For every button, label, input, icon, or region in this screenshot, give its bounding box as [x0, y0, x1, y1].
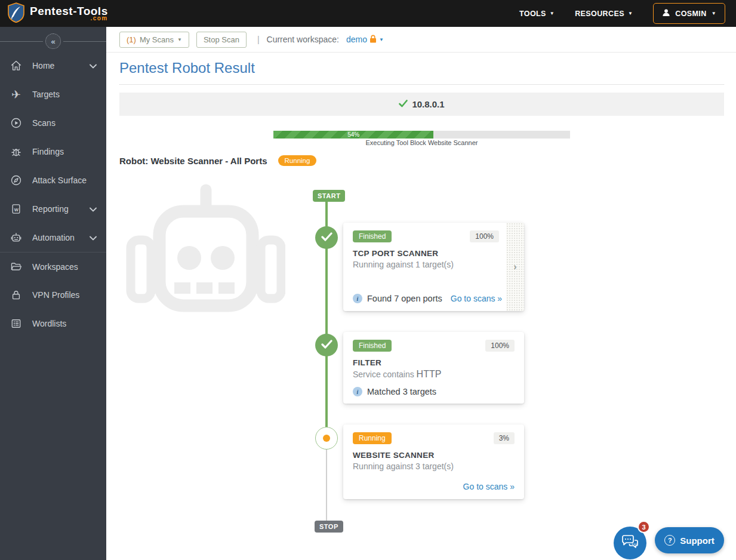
chevrons-left-icon: «	[51, 37, 55, 46]
info-icon: i	[353, 387, 362, 396]
sidebar-item-label: Findings	[32, 147, 64, 156]
chevron-right-icon: ›	[513, 261, 516, 272]
chevron-down-icon	[90, 204, 97, 214]
status-badge: Running	[353, 432, 392, 444]
caret-down-icon: ▼	[712, 11, 716, 16]
sidebar-item-scans[interactable]: Scans	[0, 109, 106, 137]
status-badge: Finished	[353, 340, 392, 352]
filter-condition-value: HTTP	[417, 369, 442, 379]
timeline-stop-badge: STOP	[315, 521, 343, 533]
progress-caption: Executing Tool Block Website Scanner	[273, 139, 570, 146]
scan-toolbar: (1) My Scans ▼ Stop Scan | Current works…	[106, 27, 736, 53]
timeline-line-pending	[326, 439, 327, 521]
info-icon: i	[353, 294, 362, 303]
resources-menu[interactable]: RESOURCES ▼	[575, 10, 633, 18]
go-to-scans-link[interactable]: Go to scans »	[451, 294, 502, 303]
sidebar-item-label: Workspaces	[32, 262, 78, 272]
support-label: Support	[680, 536, 715, 546]
filter-condition-label: Service contains	[353, 370, 414, 379]
tool-result: i Matched 3 targets	[353, 387, 515, 396]
workspace-label: Current workspace:	[267, 35, 339, 44]
tool-title: TCP PORT SCANNER	[353, 249, 499, 258]
tool-card-tcp-port-scanner: Finished 100% TCP PORT SCANNER Running a…	[343, 223, 524, 311]
progress-track: 54%	[273, 131, 570, 139]
top-navbar: Pentest-Tools .com TOOLS ▼ RESOURCES ▼	[0, 0, 736, 27]
tool-title: WEBSITE SCANNER	[353, 451, 515, 460]
tool-subtitle: Running against 3 target(s)	[353, 461, 515, 471]
tools-menu[interactable]: TOOLS ▼	[519, 10, 555, 18]
brand-tld: .com	[90, 16, 107, 21]
caret-down-icon: ▼	[177, 37, 182, 42]
sidebar-item-findings[interactable]: Findings	[0, 137, 106, 166]
collapse-sidebar-button[interactable]: «	[45, 33, 61, 49]
chevron-down-icon	[90, 233, 97, 242]
workspace-name: demo	[346, 35, 367, 44]
divider	[0, 41, 43, 42]
tools-menu-label: TOOLS	[519, 10, 546, 18]
go-to-scans-link[interactable]: Go to scans »	[463, 482, 515, 491]
tool-card-website-scanner: Running 3% WEBSITE SCANNER Running again…	[343, 424, 524, 499]
tool-result-text: Matched 3 targets	[367, 387, 436, 396]
robot-icon	[10, 232, 23, 244]
caret-down-icon: ▼	[628, 11, 633, 16]
user-menu-label: COSMIN	[675, 10, 706, 18]
robot-illustration-icon	[122, 184, 285, 334]
sidebar-item-wordlists[interactable]: Wordlists	[0, 309, 106, 338]
sidebar-item-vpn-profiles[interactable]: VPN Profiles	[0, 281, 106, 309]
compass-icon	[10, 174, 23, 186]
tool-subtitle: Service contains HTTP	[353, 369, 515, 380]
sidebar-item-targets[interactable]: ✈ Targets	[0, 80, 106, 109]
list-icon	[10, 318, 23, 330]
page-title: Pentest Robot Result	[119, 60, 255, 76]
stop-scan-button[interactable]: Stop Scan	[196, 32, 247, 48]
question-icon: ?	[664, 535, 675, 546]
percent-badge: 3%	[494, 432, 515, 444]
robot-heading: Robot: Website Scanner - All Ports	[119, 156, 267, 166]
sidebar-item-attack-surface[interactable]: Attack Surface	[0, 166, 106, 195]
workspace-selector[interactable]: demo ▼	[346, 35, 384, 45]
robot-status-badge: Running	[278, 155, 317, 166]
lock-icon	[10, 289, 23, 301]
sidebar-item-label: VPN Profiles	[32, 290, 79, 300]
sidebar-item-label: Attack Surface	[32, 176, 87, 185]
main-content: Pentest Robot Result 10.8.0.1 54% Execut…	[106, 53, 736, 560]
check-icon	[321, 232, 332, 244]
my-scans-dropdown[interactable]: (1) My Scans ▼	[119, 32, 189, 48]
sidebar-item-workspaces[interactable]: Workspaces	[0, 252, 106, 281]
sidebar-item-label: Automation	[32, 233, 75, 242]
support-button[interactable]: ? Support	[655, 527, 724, 553]
my-scans-label: My Scans	[140, 35, 174, 44]
check-icon	[321, 340, 332, 351]
user-icon	[662, 8, 670, 19]
sidebar-collapse-row: «	[0, 34, 106, 48]
user-menu-button[interactable]: COSMIN ▼	[653, 3, 725, 24]
bug-icon	[10, 146, 23, 158]
sidebar-item-home[interactable]: Home	[0, 51, 106, 80]
sidebar-item-label: Home	[32, 61, 54, 70]
expand-card-button[interactable]: ›	[506, 223, 524, 311]
brand-logo[interactable]: Pentest-Tools .com	[0, 2, 108, 25]
running-dot-icon	[323, 435, 330, 442]
sidebar-item-label: Scans	[32, 118, 56, 128]
lock-icon	[369, 35, 377, 45]
scan-progress: 54% Executing Tool Block Website Scanner	[273, 131, 570, 146]
resources-menu-label: RESOURCES	[575, 10, 624, 18]
sidebar-item-label: Targets	[32, 90, 60, 99]
check-icon	[399, 99, 408, 110]
step-done-marker	[315, 226, 338, 249]
divider	[119, 84, 724, 85]
chevron-down-icon	[90, 61, 97, 70]
progress-percent: 54%	[273, 131, 433, 139]
progress-fill: 54%	[273, 131, 433, 139]
percent-badge: 100%	[485, 340, 515, 352]
sidebar-item-automation[interactable]: Automation	[0, 223, 106, 252]
sidebar-item-reporting[interactable]: W Reporting	[0, 195, 106, 223]
sidebar-item-label: Wordlists	[32, 319, 66, 328]
tool-subtitle: Running against 1 target(s)	[353, 260, 499, 269]
separator: |	[257, 35, 260, 44]
tool-result-text: Found 7 open ports	[367, 294, 442, 303]
home-icon	[10, 60, 23, 72]
step-running-marker	[315, 427, 338, 450]
caret-down-icon: ▼	[550, 11, 555, 16]
step-done-marker	[315, 334, 338, 356]
